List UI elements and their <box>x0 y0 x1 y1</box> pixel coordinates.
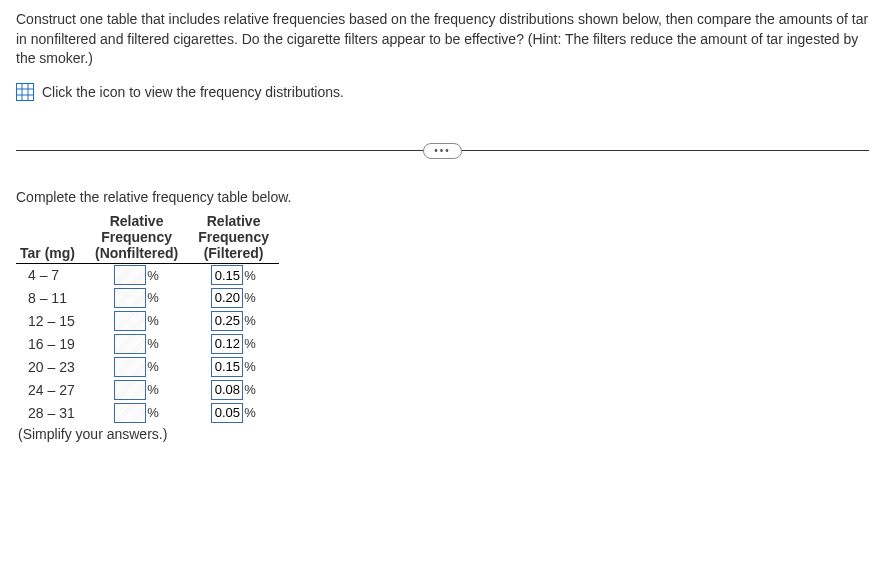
header-tar: Tar (mg) <box>16 213 85 264</box>
frequency-link[interactable]: Click the icon to view the frequency dis… <box>16 83 869 101</box>
simplify-note: (Simplify your answers.) <box>16 426 869 442</box>
table-row: 12 – 15%% <box>16 309 279 332</box>
nonfiltered-cell: % <box>85 378 188 401</box>
header-nonfiltered: Relative Frequency (Nonfiltered) <box>85 213 188 264</box>
filtered-input[interactable] <box>211 357 243 377</box>
filtered-cell: % <box>188 263 279 286</box>
tar-range: 4 – 7 <box>16 263 85 286</box>
percent-label: % <box>147 336 159 351</box>
filtered-cell: % <box>188 309 279 332</box>
percent-label: % <box>147 313 159 328</box>
question-text: Construct one table that includes relati… <box>16 10 869 69</box>
percent-label: % <box>244 382 256 397</box>
tar-range: 16 – 19 <box>16 332 85 355</box>
filtered-input[interactable] <box>211 288 243 308</box>
filtered-cell: % <box>188 332 279 355</box>
percent-label: % <box>244 359 256 374</box>
filtered-cell: % <box>188 286 279 309</box>
header-filtered: Relative Frequency (Filtered) <box>188 213 279 264</box>
nonfiltered-cell: % <box>85 263 188 286</box>
relative-frequency-table: Tar (mg) Relative Frequency (Nonfiltered… <box>16 213 279 425</box>
section-divider: ••• <box>16 141 869 161</box>
table-row: 24 – 27%% <box>16 378 279 401</box>
tar-range: 8 – 11 <box>16 286 85 309</box>
filtered-cell: % <box>188 355 279 378</box>
expand-chip[interactable]: ••• <box>423 143 462 159</box>
nonfiltered-cell: % <box>85 332 188 355</box>
tar-range: 12 – 15 <box>16 309 85 332</box>
tar-range: 24 – 27 <box>16 378 85 401</box>
percent-label: % <box>147 359 159 374</box>
percent-label: % <box>147 405 159 420</box>
nonfiltered-cell: % <box>85 355 188 378</box>
nonfiltered-input[interactable] <box>114 357 146 377</box>
filtered-input[interactable] <box>211 380 243 400</box>
filtered-input[interactable] <box>211 311 243 331</box>
nonfiltered-input[interactable] <box>114 380 146 400</box>
nonfiltered-input[interactable] <box>114 311 146 331</box>
percent-label: % <box>244 313 256 328</box>
frequency-link-text: Click the icon to view the frequency dis… <box>42 84 344 100</box>
table-row: 8 – 11%% <box>16 286 279 309</box>
table-row: 16 – 19%% <box>16 332 279 355</box>
percent-label: % <box>147 290 159 305</box>
nonfiltered-input[interactable] <box>114 334 146 354</box>
percent-label: % <box>244 336 256 351</box>
table-row: 4 – 7%% <box>16 263 279 286</box>
table-icon <box>16 83 34 101</box>
filtered-cell: % <box>188 401 279 424</box>
percent-label: % <box>244 268 256 283</box>
table-row: 20 – 23%% <box>16 355 279 378</box>
nonfiltered-cell: % <box>85 286 188 309</box>
nonfiltered-input[interactable] <box>114 265 146 285</box>
percent-label: % <box>244 405 256 420</box>
percent-label: % <box>147 268 159 283</box>
nonfiltered-cell: % <box>85 401 188 424</box>
nonfiltered-input[interactable] <box>114 403 146 423</box>
nonfiltered-input[interactable] <box>114 288 146 308</box>
filtered-input[interactable] <box>211 334 243 354</box>
percent-label: % <box>244 290 256 305</box>
percent-label: % <box>147 382 159 397</box>
instruction-text: Complete the relative frequency table be… <box>16 189 869 205</box>
filtered-input[interactable] <box>211 265 243 285</box>
tar-range: 28 – 31 <box>16 401 85 424</box>
svg-rect-0 <box>17 83 34 100</box>
table-row: 28 – 31%% <box>16 401 279 424</box>
nonfiltered-cell: % <box>85 309 188 332</box>
filtered-cell: % <box>188 378 279 401</box>
filtered-input[interactable] <box>211 403 243 423</box>
tar-range: 20 – 23 <box>16 355 85 378</box>
